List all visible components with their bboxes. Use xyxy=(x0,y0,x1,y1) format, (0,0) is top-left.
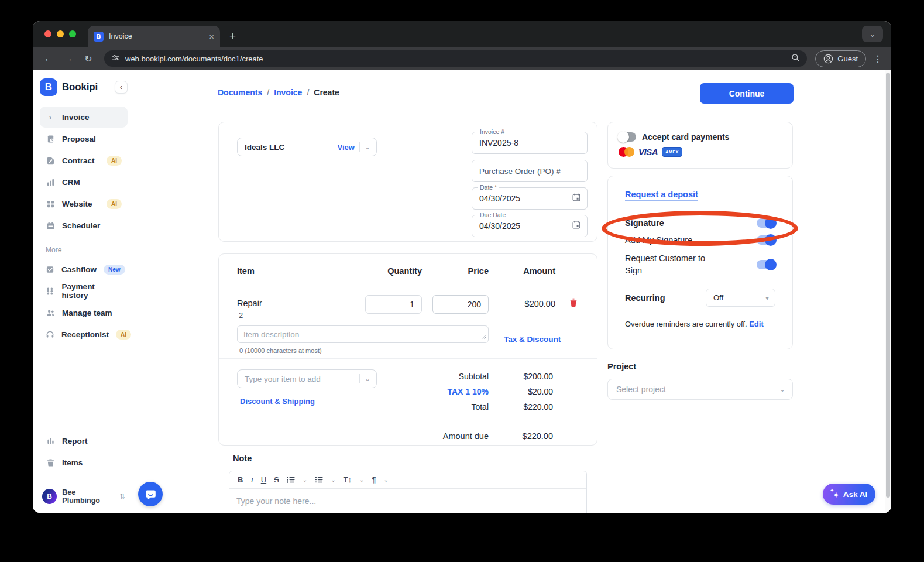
zoom-icon[interactable] xyxy=(791,53,800,64)
url-text[interactable]: web.bookipi.com/documents/doc1/create xyxy=(125,54,786,63)
calendar-icon[interactable] xyxy=(572,193,581,204)
sidebar-item-manage-team[interactable]: Manage team xyxy=(40,302,128,323)
add-my-signature-label: Add My Signature xyxy=(625,235,692,245)
tax-value: $20.00 xyxy=(476,387,553,396)
italic-button[interactable]: I xyxy=(250,475,253,485)
sidebar-item-items[interactable]: Items xyxy=(40,452,128,473)
quantity-input[interactable]: 1 xyxy=(365,295,422,314)
support-chat-button[interactable] xyxy=(138,482,163,506)
site-settings-icon[interactable] xyxy=(111,53,120,64)
sidebar-item-website[interactable]: Website AI xyxy=(40,193,128,214)
text-size-button[interactable]: T↕ xyxy=(344,475,352,484)
strikethrough-button[interactable]: S xyxy=(274,475,279,484)
guest-avatar-icon xyxy=(823,54,833,64)
sidebar-item-label: Contract xyxy=(62,156,95,165)
recurring-value: Off xyxy=(713,293,723,302)
sidebar-item-contract[interactable]: Contract AI xyxy=(40,150,128,171)
sidebar-item-invoice[interactable]: › Invoice xyxy=(40,107,128,128)
invoice-number-field[interactable]: Invoice # INV2025-8 xyxy=(472,132,588,154)
reload-icon[interactable]: ↻ xyxy=(81,53,96,64)
sidebar-collapse-button[interactable]: ‹ xyxy=(115,81,128,94)
sidebar: B Bookipi ‹ › Invoice Proposal Contract … xyxy=(33,70,135,513)
sidebar-item-receptionist[interactable]: Receptionist AI xyxy=(40,324,128,345)
close-window-button[interactable] xyxy=(44,30,51,37)
sidebar-item-scheduler[interactable]: Scheduler xyxy=(40,215,128,236)
ask-ai-button[interactable]: ✦✦ Ask AI xyxy=(823,484,875,505)
sidebar-item-label: Receptionist xyxy=(61,330,109,339)
divider xyxy=(359,374,360,383)
add-item-placeholder: Type your item to add xyxy=(245,375,355,383)
po-number-placeholder[interactable]: Purchase Order (PO) # xyxy=(479,167,581,176)
tab-search-button[interactable]: ⌄ xyxy=(862,26,883,42)
sidebar-divider xyxy=(40,481,128,481)
project-select[interactable]: Select project ⌄ xyxy=(607,379,793,400)
signature-toggle[interactable] xyxy=(757,218,775,228)
overdue-edit-link[interactable]: Edit xyxy=(749,320,764,328)
chevron-down-icon[interactable]: ⌄ xyxy=(365,143,370,151)
due-date-value[interactable]: 04/30/2025 xyxy=(479,221,572,231)
client-view-link[interactable]: View xyxy=(338,143,355,152)
new-tab-button[interactable]: + xyxy=(229,30,236,43)
chevron-down-icon[interactable]: ⌄ xyxy=(303,477,307,483)
tab-close-icon[interactable]: × xyxy=(209,32,214,41)
delete-item-icon[interactable] xyxy=(569,297,578,310)
sidebar-item-label: Manage team xyxy=(62,309,112,317)
chevron-down-icon[interactable]: ⌄ xyxy=(331,477,335,483)
request-deposit-link[interactable]: Request a deposit xyxy=(625,190,698,201)
chevron-down-icon[interactable]: ⌄ xyxy=(365,375,370,383)
discount-shipping-link[interactable]: Discount & Shipping xyxy=(240,397,315,406)
add-my-signature-toggle[interactable] xyxy=(757,235,775,245)
chevron-down-icon: ▾ xyxy=(765,294,769,302)
sidebar-item-payment-history[interactable]: Payment history xyxy=(40,280,128,301)
browser-tab-invoice[interactable]: B Invoice × xyxy=(88,26,220,47)
breadcrumb-documents[interactable]: Documents xyxy=(218,88,262,97)
profile-button[interactable]: Guest xyxy=(815,50,866,67)
numbered-list-button[interactable] xyxy=(315,476,323,484)
paragraph-button[interactable]: ¶ xyxy=(372,475,376,484)
tax-discount-link[interactable]: Tax & Discount xyxy=(504,335,561,344)
continue-button[interactable]: Continue xyxy=(700,83,794,104)
sidebar-item-report[interactable]: Report xyxy=(40,430,128,451)
sidebar-item-label: Cashflow xyxy=(61,265,97,274)
profile-label: Guest xyxy=(837,54,858,63)
due-date-field[interactable]: Due Date 04/30/2025 xyxy=(472,215,588,237)
page-scrollbar[interactable] xyxy=(885,70,891,513)
minimize-window-button[interactable] xyxy=(57,30,64,37)
date-value[interactable]: 04/30/2025 xyxy=(479,194,572,203)
invoice-number-value[interactable]: INV2025-8 xyxy=(479,138,581,148)
request-customer-label: Request Customer to Sign xyxy=(625,252,713,277)
date-field[interactable]: Date * 04/30/2025 xyxy=(472,187,588,210)
bold-button[interactable]: B xyxy=(238,475,243,484)
bullet-list-button[interactable] xyxy=(287,476,295,484)
item-description-input[interactable]: Item description xyxy=(237,325,489,343)
accept-card-payments-toggle[interactable] xyxy=(619,132,636,142)
underline-button[interactable]: U xyxy=(261,475,266,484)
date-label: Date * xyxy=(478,184,499,191)
resize-handle-icon[interactable] xyxy=(482,332,486,341)
sidebar-item-crm[interactable]: CRM xyxy=(40,172,128,193)
request-customer-toggle[interactable] xyxy=(757,260,775,269)
url-bar[interactable]: web.bookipi.com/documents/doc1/create xyxy=(104,50,807,67)
breadcrumb-invoice[interactable]: Invoice xyxy=(274,88,302,97)
sidebar-item-label: Invoice xyxy=(62,113,90,122)
fullscreen-window-button[interactable] xyxy=(69,30,76,37)
chevron-down-icon[interactable]: ⌄ xyxy=(383,477,388,483)
recurring-select[interactable]: Off ▾ xyxy=(706,289,775,307)
browser-menu-icon[interactable]: ⋮ xyxy=(873,53,883,64)
scrollbar-thumb[interactable] xyxy=(886,73,890,498)
chevron-down-icon[interactable]: ⌄ xyxy=(359,477,364,483)
tax-link[interactable]: TAX 1 10% xyxy=(394,387,489,396)
po-number-field[interactable]: Purchase Order (PO) # xyxy=(472,160,588,182)
sidebar-item-cashflow[interactable]: Cashflow New xyxy=(40,259,128,280)
chat-bubble-icon xyxy=(145,488,157,501)
price-input[interactable]: 200 xyxy=(432,295,489,314)
add-item-input[interactable]: Type your item to add ⌄ xyxy=(237,369,377,388)
note-input[interactable]: Type your note here... xyxy=(229,489,586,513)
item-name[interactable]: Repair xyxy=(237,299,262,308)
back-icon[interactable]: ← xyxy=(41,53,56,64)
client-selector[interactable]: Ideals LLC View ⌄ xyxy=(237,138,377,156)
forward-icon[interactable]: → xyxy=(61,53,76,64)
sidebar-item-proposal[interactable]: Proposal xyxy=(40,128,128,149)
workspace-switcher[interactable]: B Bee Plumbingo ⇅ xyxy=(40,487,128,506)
calendar-icon[interactable] xyxy=(572,220,581,232)
